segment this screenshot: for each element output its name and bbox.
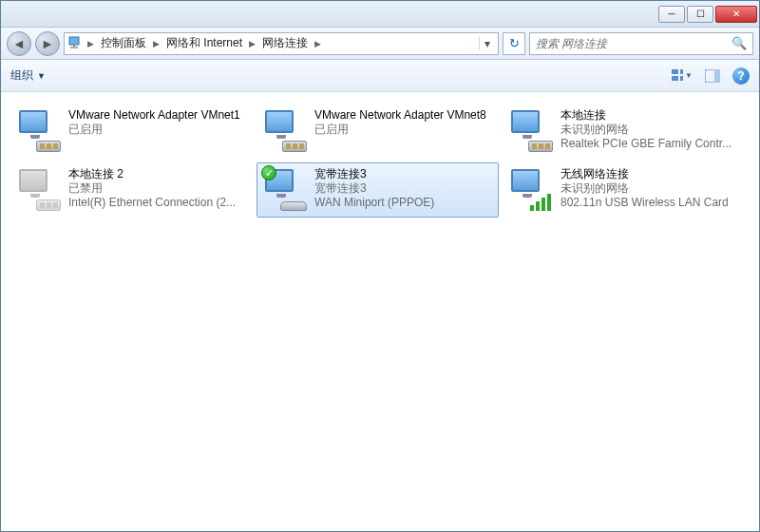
connection-status: 未识别的网络	[560, 181, 738, 196]
svg-rect-1	[73, 45, 75, 47]
chevron-down-icon: ▼	[37, 71, 46, 81]
svg-rect-8	[714, 69, 720, 83]
connection-name: 本地连接 2	[68, 167, 246, 181]
connection-name: 宽带连接3	[314, 167, 492, 181]
connection-icon	[509, 108, 555, 154]
address-bar[interactable]: ▶ 控制面板 ▶ 网络和 Internet ▶ 网络连接 ▶ ▾	[64, 32, 499, 55]
svg-rect-2	[70, 47, 78, 48]
connection-device: 802.11n USB Wireless LAN Card	[560, 196, 738, 210]
connection-status: 宽带连接3	[314, 181, 492, 196]
connection-status: 已启用	[314, 123, 492, 137]
breadcrumb-segment[interactable]: 控制面板	[98, 35, 149, 51]
preview-pane-button[interactable]	[702, 66, 723, 86]
back-button[interactable]: ◄	[7, 31, 31, 56]
search-box[interactable]: 🔍	[529, 32, 753, 55]
address-dropdown-button[interactable]: ▾	[479, 37, 494, 50]
command-toolbar: 组织 ▼ ▼ ?	[1, 60, 759, 92]
forward-button[interactable]: ►	[35, 31, 60, 56]
help-button[interactable]: ?	[732, 67, 750, 85]
connection-status: 未识别的网络	[560, 123, 738, 137]
connection-icon	[17, 167, 63, 213]
window-titlebar: ─ ☐ ✕	[1, 1, 759, 28]
connection-icon	[17, 108, 63, 154]
connection-name: VMware Network Adapter VMnet1	[68, 108, 246, 123]
breadcrumb-segment[interactable]: 网络连接	[259, 35, 311, 51]
chevron-right-icon: ▶	[151, 39, 162, 48]
maximize-button[interactable]: ☐	[687, 6, 713, 23]
organize-menu[interactable]: 组织 ▼	[10, 67, 46, 84]
nav-bar: ◄ ► ▶ 控制面板 ▶ 网络和 Internet ▶ 网络连接 ▶ ▾ ↻ 🔍	[1, 28, 759, 60]
search-icon: 🔍	[732, 36, 747, 50]
connection-status: 已启用	[68, 123, 246, 137]
refresh-button[interactable]: ↻	[503, 32, 525, 55]
connection-item[interactable]: VMware Network Adapter VMnet8已启用	[256, 104, 499, 159]
svg-rect-4	[680, 69, 683, 74]
organize-label: 组织	[10, 67, 33, 84]
connection-status: 已禁用	[68, 181, 246, 196]
svg-rect-5	[672, 76, 678, 81]
connection-icon	[509, 167, 555, 213]
view-options-button[interactable]: ▼	[672, 66, 693, 86]
items-area: VMware Network Adapter VMnet1已启用VMware N…	[1, 92, 759, 229]
chevron-right-icon: ▶	[86, 39, 96, 48]
connection-item[interactable]: 本地连接未识别的网络Realtek PCIe GBE Family Contr.…	[503, 104, 745, 159]
connection-device: Intel(R) Ethernet Connection (2...	[68, 196, 246, 210]
connection-name: 无线网络连接	[560, 167, 738, 181]
search-input[interactable]	[536, 37, 732, 50]
connection-item[interactable]: 本地连接 2已禁用Intel(R) Ethernet Connection (2…	[10, 162, 253, 218]
minimize-button[interactable]: ─	[658, 6, 685, 23]
connection-name: 本地连接	[560, 108, 738, 123]
svg-rect-0	[69, 37, 79, 45]
connection-icon: ✓	[263, 167, 309, 213]
svg-rect-6	[680, 76, 683, 81]
connection-device: Realtek PCIe GBE Family Contr...	[560, 137, 738, 151]
chevron-right-icon: ▶	[313, 39, 323, 48]
chevron-down-icon: ▼	[685, 71, 693, 80]
connection-item[interactable]: VMware Network Adapter VMnet1已启用	[10, 104, 253, 159]
connection-name: VMware Network Adapter VMnet8	[314, 108, 492, 123]
network-icon	[68, 36, 84, 51]
checkmark-badge-icon: ✓	[261, 165, 276, 180]
breadcrumb-segment[interactable]: 网络和 Internet	[163, 35, 245, 51]
svg-rect-3	[672, 69, 678, 74]
connection-icon	[263, 108, 309, 154]
close-button[interactable]: ✕	[715, 6, 757, 23]
chevron-right-icon: ▶	[247, 39, 257, 48]
connection-item[interactable]: 无线网络连接未识别的网络802.11n USB Wireless LAN Car…	[503, 162, 745, 218]
connection-device: WAN Miniport (PPPOE)	[314, 196, 492, 210]
connection-item[interactable]: ✓宽带连接3宽带连接3WAN Miniport (PPPOE)	[256, 162, 499, 218]
